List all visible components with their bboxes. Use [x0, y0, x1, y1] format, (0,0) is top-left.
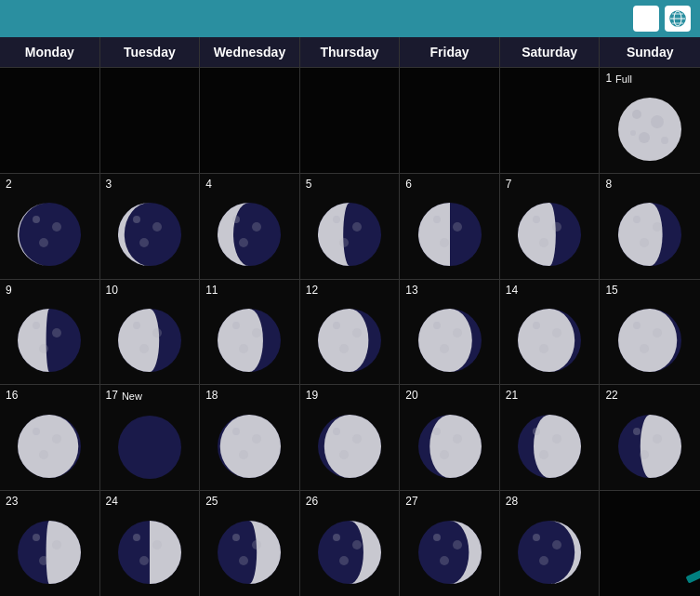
calendar-cell-empty — [200, 68, 300, 173]
svg-point-71 — [118, 416, 181, 479]
svg-point-73 — [232, 428, 240, 435]
svg-point-46 — [139, 344, 149, 353]
calendar-cell-empty — [600, 491, 700, 596]
svg-point-98 — [152, 540, 162, 550]
svg-point-6 — [632, 110, 641, 119]
svg-point-77 — [333, 428, 340, 435]
moon-phase — [601, 298, 698, 383]
svg-point-21 — [252, 222, 261, 232]
day-number: 3 — [106, 178, 112, 191]
svg-point-65 — [653, 328, 662, 338]
globe-icon[interactable] — [665, 6, 691, 32]
day-number: 15 — [605, 284, 617, 297]
day-number: 12 — [306, 284, 318, 297]
svg-point-18 — [139, 238, 149, 247]
day-number: 24 — [106, 495, 118, 508]
svg-point-22 — [239, 238, 248, 247]
calendar-cell-8: 8 — [600, 174, 700, 279]
calendar-cell-empty — [0, 68, 100, 173]
svg-point-102 — [252, 540, 261, 550]
svg-point-81 — [433, 428, 441, 435]
day-number: 17 — [106, 389, 118, 402]
svg-point-113 — [533, 534, 540, 541]
svg-point-114 — [552, 540, 561, 550]
svg-point-38 — [640, 238, 649, 247]
svg-point-14 — [39, 238, 48, 247]
svg-point-17 — [152, 222, 162, 232]
svg-point-37 — [653, 222, 662, 232]
day-number: 22 — [605, 389, 617, 402]
svg-point-13 — [52, 222, 61, 232]
svg-point-9 — [661, 137, 668, 144]
svg-point-8 — [639, 132, 650, 143]
svg-point-74 — [252, 434, 261, 444]
day-header-wednesday: Wednesday — [200, 37, 300, 67]
calendar-row-2: 9 10 11 12 13 — [0, 279, 700, 385]
calendar-cell-10: 10 — [100, 280, 201, 385]
calendar-cell-25: 25 — [200, 491, 300, 596]
day-number: 19 — [306, 389, 318, 402]
svg-point-10 — [630, 130, 636, 136]
svg-point-5 — [618, 98, 681, 161]
svg-point-64 — [633, 322, 641, 329]
svg-point-103 — [239, 556, 248, 565]
svg-point-94 — [52, 540, 61, 550]
svg-point-62 — [539, 344, 548, 353]
moon-phase — [2, 510, 98, 594]
moon-phase — [202, 510, 297, 594]
svg-point-91 — [640, 450, 649, 459]
calendar-row-4: 23 24 25 26 27 — [0, 490, 700, 596]
svg-point-93 — [33, 534, 40, 541]
svg-point-50 — [239, 344, 248, 353]
day-number: 13 — [405, 284, 417, 297]
svg-point-106 — [352, 540, 362, 550]
moon-phase — [102, 192, 198, 277]
day-number: 8 — [605, 178, 612, 191]
svg-point-24 — [333, 216, 340, 223]
day-number: 6 — [405, 178, 412, 191]
svg-point-45 — [152, 328, 162, 338]
calendar-row-3: 16 17 New 18 19 20 21 — [0, 384, 700, 490]
moon-phase — [202, 192, 297, 277]
day-number: 28 — [506, 495, 518, 508]
moon-phase — [502, 404, 598, 488]
svg-point-70 — [39, 450, 48, 459]
day-number: 20 — [405, 389, 417, 402]
moon-phase — [402, 510, 497, 594]
moon-phase — [102, 405, 198, 488]
calendar-cell-1: 1 Full — [600, 68, 700, 173]
moon-phase — [502, 298, 598, 383]
svg-point-41 — [52, 328, 61, 338]
svg-point-66 — [640, 344, 649, 353]
svg-point-110 — [453, 540, 462, 550]
svg-point-90 — [653, 434, 662, 444]
s-icon[interactable] — [633, 6, 659, 32]
day-number: 26 — [306, 495, 318, 508]
svg-point-32 — [533, 216, 540, 223]
calendar-cell-23: 23 — [0, 491, 100, 596]
svg-point-49 — [252, 328, 261, 338]
svg-point-82 — [453, 434, 462, 444]
svg-point-44 — [133, 322, 140, 329]
day-header-friday: Friday — [400, 37, 500, 67]
svg-point-115 — [539, 556, 548, 565]
svg-point-75 — [239, 450, 248, 459]
svg-point-79 — [339, 450, 349, 459]
day-number: 7 — [506, 178, 512, 191]
svg-point-56 — [433, 322, 441, 329]
calendar-cell-21: 21 — [500, 385, 601, 490]
moon-phase — [402, 404, 497, 488]
svg-point-105 — [333, 534, 340, 541]
calendar-cell-18: 18 — [200, 385, 300, 490]
svg-point-34 — [539, 238, 548, 247]
day-number: 11 — [205, 284, 218, 297]
svg-point-68 — [33, 428, 40, 435]
day-header-sunday: Sunday — [600, 37, 700, 67]
svg-point-69 — [52, 434, 61, 444]
svg-point-28 — [433, 216, 441, 223]
svg-point-16 — [133, 216, 140, 223]
calendar-cell-24: 24 — [100, 491, 201, 596]
day-number: 10 — [106, 284, 118, 297]
calendar-row-1: 2 3 4 5 6 — [0, 173, 700, 279]
calendar-cell-4: 4 — [200, 174, 300, 279]
